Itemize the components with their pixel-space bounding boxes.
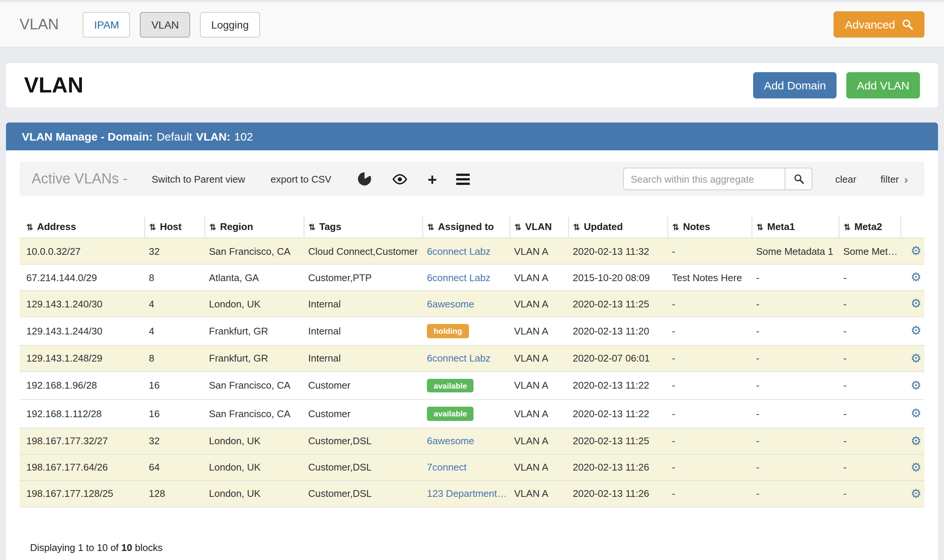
filter-label: filter xyxy=(881,173,899,185)
sort-icon: ⇅ xyxy=(573,223,580,232)
column-header-host[interactable]: ⇅Host xyxy=(144,216,204,238)
sort-icon: ⇅ xyxy=(844,223,850,232)
meta1-cell: - xyxy=(752,317,839,345)
column-header-vlan[interactable]: ⇅VLAN xyxy=(510,216,568,238)
updated-cell: 2020-02-13 11:32 xyxy=(568,238,667,264)
advanced-search-label: Advanced xyxy=(845,18,895,31)
column-header-meta1[interactable]: ⇅Meta1 xyxy=(752,216,839,238)
assigned-resource-link[interactable]: 6connect Labz xyxy=(427,352,490,364)
table-row: 10.0.0.32/2732San Francisco, CACloud Con… xyxy=(20,238,924,264)
vlan-blocks-table: ⇅Address⇅Host⇅Region⇅Tags⇅Assigned to⇅VL… xyxy=(20,216,924,508)
column-header-region[interactable]: ⇅Region xyxy=(204,216,304,238)
region-cell: San Francisco, CA xyxy=(204,238,304,264)
region-cell: London, UK xyxy=(204,428,304,454)
notes-cell: - xyxy=(667,400,752,428)
sort-icon: ⇅ xyxy=(149,223,156,232)
column-header-address[interactable]: ⇅Address xyxy=(20,216,144,238)
assigned-resource-link[interactable]: 6awesome xyxy=(427,298,474,309)
column-header-meta2[interactable]: ⇅Meta2 xyxy=(839,216,900,238)
actions-cell: ⚙ xyxy=(900,238,924,264)
assigned-cell: 6awesome xyxy=(423,428,510,454)
region-cell: Atlanta, GA xyxy=(204,264,304,291)
clear-search-link[interactable]: clear xyxy=(835,173,856,185)
vlan-cell: VLAN A xyxy=(510,428,568,454)
filter-toggle[interactable]: filter › xyxy=(881,172,908,185)
row-settings-gear-icon[interactable]: ⚙ xyxy=(910,407,921,420)
add-vlan-button[interactable]: Add VLAN xyxy=(846,72,920,98)
pagination-count: 10 xyxy=(121,542,132,553)
address-cell: 67.214.144.0/29 xyxy=(20,264,144,291)
address-cell: 129.143.1.240/30 xyxy=(20,291,144,317)
panel-header-vlan-value: 102 xyxy=(234,130,253,143)
search-submit-button[interactable] xyxy=(786,168,813,190)
updated-cell: 2015-10-20 08:09 xyxy=(568,264,667,291)
notes-cell: - xyxy=(667,454,752,481)
row-settings-gear-icon[interactable]: ⚙ xyxy=(910,297,921,310)
meta2-cell: Some Met… xyxy=(839,238,900,264)
row-settings-gear-icon[interactable]: ⚙ xyxy=(910,325,921,337)
search-input[interactable] xyxy=(623,168,786,190)
sort-icon: ⇅ xyxy=(515,223,521,232)
column-label: VLAN xyxy=(525,221,552,232)
row-settings-gear-icon[interactable]: ⚙ xyxy=(910,487,921,500)
tab-logging[interactable]: Logging xyxy=(200,12,260,37)
notes-cell: - xyxy=(667,317,752,345)
region-cell: London, UK xyxy=(204,291,304,317)
region-cell: London, UK xyxy=(204,481,304,507)
column-header-notes[interactable]: ⇅Notes xyxy=(667,216,752,238)
panel-header-domain-value: Default xyxy=(156,130,192,143)
tags-cell: Internal xyxy=(304,291,423,317)
assigned-resource-link[interactable]: 6connect Labz xyxy=(427,245,490,257)
advanced-search-button[interactable]: Advanced xyxy=(834,11,924,38)
sort-icon: ⇅ xyxy=(309,223,315,232)
host-cell: 8 xyxy=(144,264,204,291)
tags-cell: Internal xyxy=(304,317,423,345)
row-settings-gear-icon[interactable]: ⚙ xyxy=(910,434,921,447)
export-to-csv-link[interactable]: export to CSV xyxy=(271,173,331,185)
tab-ipam[interactable]: IPAM xyxy=(83,12,131,37)
region-cell: Frankfurt, GR xyxy=(204,317,304,345)
assigned-resource-link[interactable]: 7connect xyxy=(427,462,467,473)
vlan-cell: VLAN A xyxy=(510,454,568,481)
assigned-resource-link[interactable]: 123 Department… xyxy=(427,488,507,500)
actions-cell: ⚙ xyxy=(900,371,924,400)
vlan-cell: VLAN A xyxy=(510,238,568,264)
table-toolbar: Active VLANs - Switch to Parent view exp… xyxy=(20,162,924,196)
eye-icon[interactable] xyxy=(392,173,408,185)
chevron-right-icon: › xyxy=(904,172,908,185)
host-cell: 4 xyxy=(144,317,204,345)
tab-vlan[interactable]: VLAN xyxy=(140,12,190,37)
host-cell: 4 xyxy=(144,291,204,317)
notes-cell: - xyxy=(667,481,752,507)
meta1-cell: - xyxy=(752,454,839,481)
row-settings-gear-icon[interactable]: ⚙ xyxy=(910,271,921,283)
row-settings-gear-icon[interactable]: ⚙ xyxy=(910,461,921,474)
switch-to-parent-view-link[interactable]: Switch to Parent view xyxy=(152,173,245,185)
assigned-resource-link[interactable]: 6awesome xyxy=(427,435,474,447)
row-settings-gear-icon[interactable]: ⚙ xyxy=(910,244,921,257)
row-settings-gear-icon[interactable]: ⚙ xyxy=(910,351,921,364)
page-header-actions: Add Domain Add VLAN xyxy=(753,72,920,98)
row-settings-gear-icon[interactable]: ⚙ xyxy=(910,379,921,392)
column-header-updated[interactable]: ⇅Updated xyxy=(568,216,667,238)
column-label: Notes xyxy=(683,221,710,232)
meta2-cell: - xyxy=(839,291,900,317)
meta2-cell: - xyxy=(839,481,900,507)
pie-chart-icon[interactable] xyxy=(357,171,372,186)
assigned-resource-link[interactable]: 6connect Labz xyxy=(427,272,490,283)
column-header-tags[interactable]: ⇅Tags xyxy=(304,216,423,238)
host-cell: 64 xyxy=(144,454,204,481)
add-plus-icon[interactable]: + xyxy=(427,171,437,187)
region-cell: San Francisco, CA xyxy=(204,400,304,428)
vlan-manage-panel: VLAN Manage - Domain: Default VLAN: 102 … xyxy=(6,123,938,560)
column-header-assigned-to[interactable]: ⇅Assigned to xyxy=(423,216,510,238)
aggregate-search xyxy=(623,168,813,190)
actions-cell: ⚙ xyxy=(900,264,924,291)
assigned-cell: 7connect xyxy=(423,454,510,481)
updated-cell: 2020-02-13 11:22 xyxy=(568,400,667,428)
list-menu-icon[interactable] xyxy=(457,172,470,186)
column-label: Host xyxy=(160,221,181,232)
add-domain-button[interactable]: Add Domain xyxy=(753,72,836,98)
host-cell: 32 xyxy=(144,238,204,264)
table-row: 129.143.1.240/304London, UKInternal6awes… xyxy=(20,291,924,317)
